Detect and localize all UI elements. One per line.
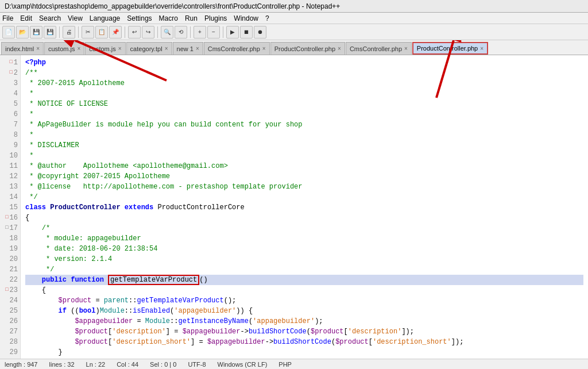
toolbar-print[interactable]: 🖨 — [63, 26, 75, 39]
code-line-3: * 2007-2015 Apollotheme — [25, 78, 583, 89]
code-line-4: * — [25, 89, 583, 99]
code-line-30: return $product; — [25, 358, 583, 359]
tab-cmscontroller-1[interactable]: CmsController.php × — [204, 42, 270, 55]
title-bar: D:\xamp\htdocs\prestashop\demo_appagebui… — [0, 0, 588, 13]
status-lines: lines : 32 — [49, 361, 75, 368]
toolbar-save-all[interactable]: 💾 — [44, 26, 56, 39]
toolbar-macro3[interactable]: ⏺ — [254, 26, 266, 39]
tab-label: ProductController.php — [417, 45, 478, 52]
tab-close[interactable]: × — [480, 45, 483, 52]
status-bar: length : 947 lines : 32 Ln : 22 Col : 44… — [0, 359, 588, 369]
toolbar-cut[interactable]: ✂ — [82, 26, 94, 39]
toolbar-copy[interactable]: 📋 — [95, 26, 108, 39]
toolbar-paste[interactable]: 📌 — [109, 26, 122, 39]
tab-label: index.html — [5, 45, 34, 52]
tab-custom-js-1[interactable]: custom.js × — [44, 42, 84, 55]
menu-edit[interactable]: Edit — [20, 14, 32, 22]
status-ln: Ln : 22 — [86, 361, 106, 368]
menu-help[interactable]: ? — [265, 14, 269, 22]
code-line-27: $product['description'] = $appagebuilder… — [25, 326, 583, 337]
code-line-11: * @author Apollotheme <apollotheme@gmail… — [25, 161, 583, 171]
code-line-10: * — [25, 151, 583, 161]
code-line-1: <?php — [25, 57, 583, 68]
tab-custom-js-2[interactable]: custom.js × — [85, 42, 125, 55]
code-line-21: */ — [25, 264, 583, 275]
status-eol: Windows (CR LF) — [218, 361, 268, 368]
tab-close[interactable]: × — [165, 45, 168, 52]
code-line-15: class ProductController extends ProductC… — [25, 202, 583, 213]
toolbar-macro[interactable]: ▶ — [226, 26, 239, 39]
code-line-2: /** — [25, 68, 583, 78]
menu-plugins[interactable]: Plugins — [204, 14, 227, 22]
toolbar-sep-5 — [190, 26, 191, 38]
tab-label: custom.js — [89, 45, 115, 52]
toolbar-open[interactable]: 📂 — [16, 26, 29, 39]
tab-close[interactable]: × — [118, 45, 122, 52]
status-sel: Sel : 0 | 0 — [150, 361, 176, 368]
code-line-19: * date: 2018-06-20 21:38:54 — [25, 244, 583, 254]
toolbar-sep-1 — [59, 26, 60, 38]
menu-search[interactable]: Search — [39, 14, 61, 22]
code-line-18: * module: appagebuilder — [25, 233, 583, 244]
tab-close[interactable]: × — [404, 45, 408, 52]
toolbar-undo[interactable]: ↩ — [128, 26, 141, 39]
toolbar-new[interactable]: 📄 — [2, 26, 15, 39]
menu-settings[interactable]: Settings — [127, 14, 152, 22]
toolbar-sep-6 — [223, 26, 223, 38]
code-line-12: * @copyright 2007-2015 Apollotheme — [25, 171, 583, 182]
menu-file[interactable]: File — [2, 14, 13, 22]
tab-label: category.tpl — [130, 45, 163, 52]
toolbar-replace[interactable]: ⟲ — [175, 26, 187, 39]
code-line-28: $product['description_short'] = $appageb… — [25, 337, 583, 347]
code-line-29: } — [25, 347, 583, 358]
tab-new1[interactable]: new 1 × — [173, 42, 203, 55]
code-line-24: $product = parent::getTemplateVarProduct… — [25, 295, 583, 306]
tab-cmscontroller-2[interactable]: CmsController.php × — [346, 42, 412, 55]
menu-language[interactable]: Language — [90, 14, 120, 22]
menu-bar: File Edit Search View Language Settings … — [0, 13, 588, 24]
status-type: PHP — [278, 361, 292, 368]
status-col: Col : 44 — [117, 361, 138, 368]
tab-index-html[interactable]: index.html × — [1, 42, 44, 55]
code-line-5: * NOTICE OF LICENSE — [25, 99, 583, 109]
tab-close[interactable]: × — [338, 45, 341, 52]
toolbar-sep-4 — [157, 26, 158, 38]
tab-category-tpl[interactable]: category.tpl × — [126, 42, 172, 55]
code-line-25: if ((bool)Module::isEnabled('appagebuild… — [25, 306, 583, 316]
menu-view[interactable]: View — [68, 14, 83, 22]
tab-close[interactable]: × — [36, 45, 40, 52]
tab-productcontroller-active[interactable]: ProductController.php × — [412, 42, 488, 55]
tab-bar: index.html × custom.js × custom.js × cat… — [0, 40, 588, 55]
code-line-26: $appagebuilder = Module::getInstanceByNa… — [25, 316, 583, 326]
tab-productcontroller-1[interactable]: ProductController.php × — [270, 42, 345, 55]
tab-close[interactable]: × — [77, 45, 80, 52]
code-line-7: * ApPageBuilder is module help you can b… — [25, 120, 583, 130]
status-length: length : 947 — [5, 361, 38, 368]
toolbar-macro2[interactable]: ⏹ — [240, 26, 253, 39]
menu-window[interactable]: Window — [234, 14, 258, 22]
tab-close[interactable]: × — [262, 45, 266, 52]
menu-run[interactable]: Run — [185, 14, 198, 22]
toolbar-find[interactable]: 🔍 — [161, 26, 173, 39]
code-line-23: { — [25, 285, 583, 295]
tab-label: ProductController.php — [274, 45, 335, 52]
toolbar-save[interactable]: 💾 — [30, 26, 42, 39]
toolbar-redo[interactable]: ↪ — [142, 26, 154, 39]
code-line-6: * — [25, 109, 583, 120]
line-numbers: □1 □2 3 4 5 6 7 8 9 10 11 12 13 14 15 □1 — [0, 55, 21, 359]
toolbar: 📄 📂 💾 💾 🖨 ✂ 📋 📌 ↩ ↪ 🔍 ⟲ + − ▶ ⏹ ⏺ — [0, 24, 588, 40]
tab-label: CmsController.php — [208, 45, 260, 52]
toolbar-zoom-out[interactable]: − — [207, 26, 220, 39]
code-area[interactable]: <?php /** * 2007-2015 Apollotheme * * NO… — [21, 55, 588, 359]
code-line-8: * — [25, 130, 583, 140]
code-line-17: /* — [25, 223, 583, 233]
status-encoding: UTF-8 — [188, 361, 206, 368]
tab-close[interactable]: × — [196, 45, 199, 52]
tab-label: CmsController.php — [350, 45, 402, 52]
code-line-22: public function getTemplateVarProduct() — [25, 275, 583, 285]
toolbar-zoom-in[interactable]: + — [194, 26, 206, 39]
menu-macro[interactable]: Macro — [159, 14, 178, 22]
tab-label: new 1 — [177, 45, 194, 52]
window-title: D:\xamp\htdocs\prestashop\demo_appagebui… — [5, 2, 340, 10]
code-line-14: */ — [25, 192, 583, 202]
